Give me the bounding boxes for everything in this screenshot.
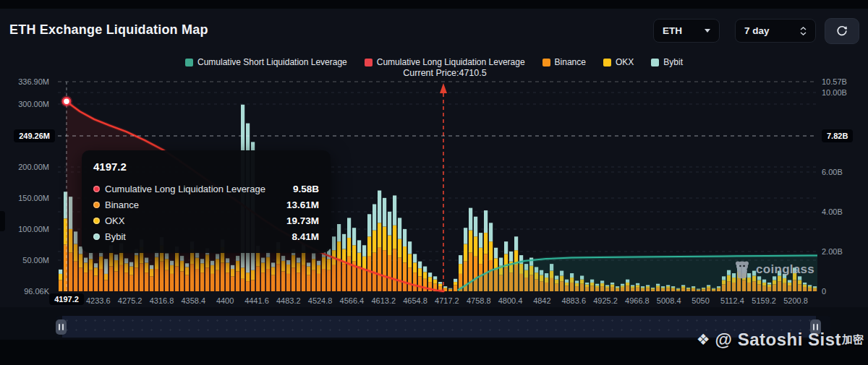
axis-tick-highlighted: 249.26M [14, 129, 55, 142]
x-axis-tick: 4800.4 [498, 296, 523, 305]
x-axis: 4197.24233.64275.24316.84358.444004441.6… [58, 295, 817, 308]
x-axis-tick: 4842 [533, 296, 550, 305]
axis-tick: 150.00M [18, 194, 49, 202]
axis-tick: 10.00B [822, 88, 847, 97]
x-axis-tick: 5112.4 [720, 296, 744, 305]
x-axis-tick: 5159.2 [752, 296, 776, 305]
x-axis-tick: 4441.6 [244, 296, 269, 305]
tooltip-row: Cumulative Long Liquidation Leverage9.58… [93, 181, 319, 197]
x-axis-tick: 5050 [692, 296, 709, 305]
tooltip-row: OKX19.73M [93, 212, 319, 228]
tooltip-row: Binance13.61M [93, 197, 319, 212]
legend-item[interactable]: OKX [603, 57, 634, 67]
axis-tick: 2.00B [822, 247, 843, 256]
axis-tick: 300.00M [18, 100, 49, 108]
axis-tick: 50.00M [22, 256, 49, 265]
axis-tick: 100.00M [18, 225, 49, 233]
legend-label: Cumulative Short Liquidation Leverage [197, 57, 347, 67]
legend-item[interactable]: Cumulative Short Liquidation Leverage [185, 57, 347, 67]
symbol-select-value: ETH [663, 25, 682, 36]
tooltip-row-label: Bybit [105, 231, 126, 242]
chevron-down-icon [705, 29, 710, 33]
liquidation-map-widget: ETH Exchange Liquidation Map ETH 7 day C… [0, 0, 868, 365]
x-axis-tick: 4358.4 [181, 296, 205, 305]
x-axis-tick: 4483.2 [276, 296, 301, 305]
series-dot-icon [93, 202, 100, 208]
coinglass-watermark: coinglass [733, 260, 814, 279]
x-axis-tick: 4717.2 [435, 296, 459, 305]
x-axis-tick: 4197.2 [49, 293, 84, 305]
tooltip-row-value: 8.41M [292, 231, 319, 242]
legend-label: Binance [555, 57, 586, 67]
legend-swatch [651, 59, 659, 66]
coinglass-text: coinglass [756, 262, 814, 277]
axis-tick: 10.57B [822, 77, 847, 86]
tooltip-rows: Cumulative Long Liquidation Leverage9.58… [93, 181, 319, 244]
legend-label: Cumulative Long Liquidation Leverage [377, 57, 525, 67]
series-dot-icon [93, 233, 100, 240]
chevron-updown-icon [800, 27, 807, 35]
x-axis-tick: 4758.8 [467, 296, 491, 305]
legend-swatch [365, 59, 373, 66]
coinglass-bear-icon [733, 260, 751, 279]
legend-swatch [185, 59, 193, 66]
symbol-select[interactable]: ETH [653, 19, 720, 43]
channel-watermark-suffix: 加密 [842, 333, 864, 347]
x-axis-tick: 4966.8 [625, 296, 650, 305]
axis-tick: 6.00B [822, 168, 843, 176]
channel-watermark-text: @ Satoshi Sist [715, 330, 841, 350]
axis-tick: 336.90M [18, 77, 49, 86]
x-axis-tick: 4925.2 [593, 296, 618, 305]
tooltip-title: 4197.2 [93, 160, 319, 173]
x-axis-tick: 5200.8 [783, 296, 808, 305]
tooltip-row-label: Cumulative Long Liquidation Leverage [105, 184, 265, 194]
legend-item[interactable]: Cumulative Long Liquidation Leverage [365, 57, 525, 67]
current-price-label: Current Price:4710.5 [403, 68, 486, 78]
chart-tooltip: 4197.2 Cumulative Long Liquidation Lever… [82, 150, 331, 253]
right-axis: 10.57B10.00B7.82B6.00B4.00B2.00B0 [820, 80, 867, 294]
legend: Cumulative Short Liquidation LeverageCum… [0, 57, 868, 67]
axis-tick: 96.06K [24, 287, 49, 296]
x-axis-tick: 4566.4 [340, 296, 365, 305]
legend-label: OKX [616, 57, 634, 67]
range-select-value: 7 day [744, 25, 770, 36]
tooltip-row: Bybit8.41M [93, 228, 319, 244]
left-axis: 336.90M300.00M249.26M200.00M150.00M100.0… [0, 80, 55, 294]
legend-label: Bybit [663, 57, 683, 67]
slider-handle-left[interactable] [56, 319, 67, 335]
x-axis-tick: 5008.4 [657, 296, 681, 305]
tooltip-row-label: OKX [105, 215, 124, 226]
axis-tick: 200.00M [18, 163, 49, 171]
x-axis-tick: 4654.8 [403, 296, 427, 305]
diamond-logo-icon: ❖ [697, 331, 710, 348]
tooltip-row-value: 19.73M [286, 215, 319, 226]
legend-swatch [603, 59, 611, 66]
tooltip-row-value: 9.58B [293, 184, 319, 194]
x-axis-tick: 4316.8 [150, 296, 174, 305]
range-select[interactable]: 7 day [735, 19, 816, 43]
x-axis-tick: 4883.6 [561, 296, 586, 305]
axis-tick-highlighted: 7.82B [822, 129, 853, 142]
legend-swatch [542, 59, 550, 66]
x-axis-tick: 4524.8 [308, 296, 333, 305]
axis-tick: 4.00B [822, 207, 843, 216]
axis-tick: 0 [822, 287, 826, 296]
series-dot-icon [93, 186, 100, 192]
series-dot-icon [93, 218, 100, 224]
x-axis-tick: 4400 [216, 296, 234, 305]
channel-watermark: ❖ @ Satoshi Sist 加密 [697, 330, 864, 350]
page-title: ETH Exchange Liquidation Map [9, 22, 208, 38]
x-axis-tick: 4275.2 [118, 296, 142, 305]
tooltip-row-value: 13.61M [286, 199, 319, 210]
refresh-icon [835, 24, 849, 38]
legend-item[interactable]: Bybit [651, 57, 683, 67]
x-axis-tick: 4613.2 [371, 296, 396, 305]
legend-item[interactable]: Binance [542, 57, 586, 67]
x-axis-tick: 4233.6 [86, 296, 111, 305]
refresh-button[interactable] [825, 18, 859, 44]
tooltip-row-label: Binance [105, 199, 139, 210]
